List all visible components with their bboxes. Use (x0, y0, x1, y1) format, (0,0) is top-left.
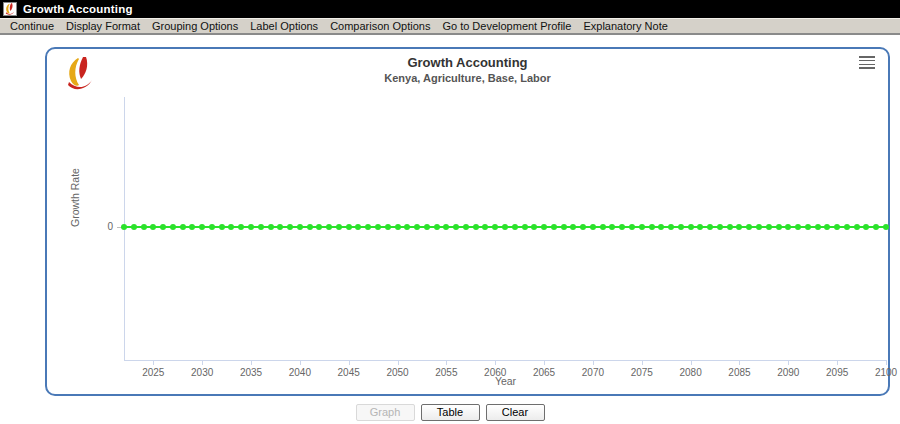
x-tick-label: 2090 (768, 367, 808, 378)
x-tick-label: 2050 (378, 367, 418, 378)
series-marker (834, 224, 840, 230)
x-axis-tick (300, 360, 301, 365)
series-marker (619, 224, 625, 230)
x-axis-tick (642, 360, 643, 365)
series-marker (658, 224, 664, 230)
series-marker (746, 224, 752, 230)
table-button[interactable]: Table (421, 404, 480, 421)
menu-item-go-to-development-profile[interactable]: Go to Development Profile (436, 19, 577, 33)
series-marker (258, 224, 264, 230)
series-marker (678, 224, 684, 230)
x-tick-label: 2100 (866, 367, 900, 378)
series-marker (248, 224, 254, 230)
series-marker (346, 224, 352, 230)
menu-item-grouping-options[interactable]: Grouping Options (146, 19, 244, 33)
series-marker (141, 224, 147, 230)
series-marker (287, 224, 293, 230)
x-tick-label: 2075 (622, 367, 662, 378)
series-marker (228, 224, 234, 230)
x-tick-label: 2035 (231, 367, 271, 378)
x-tick-label: 2030 (182, 367, 222, 378)
hamburger-icon[interactable] (859, 56, 875, 69)
series-marker (863, 224, 869, 230)
x-axis-tick (349, 360, 350, 365)
series-marker (854, 224, 860, 230)
series-marker (873, 224, 879, 230)
x-tick-label: 2025 (133, 367, 173, 378)
series-marker (473, 224, 479, 230)
x-axis-tick (251, 360, 252, 365)
series-marker (541, 224, 547, 230)
graph-button[interactable]: Graph (356, 404, 415, 421)
x-axis-tick (202, 360, 203, 365)
x-tick-label: 2070 (573, 367, 613, 378)
ifs-flame-icon (3, 2, 17, 16)
x-axis-tick (788, 360, 789, 365)
footer-button-row: Graph Table Clear (0, 404, 900, 421)
series-marker (150, 224, 156, 230)
x-tick-label: 2065 (524, 367, 564, 378)
x-axis-tick (837, 360, 838, 365)
menu-item-explanatory-note[interactable]: Explanatory Note (577, 19, 673, 33)
series-marker (336, 224, 342, 230)
series-marker (590, 224, 596, 230)
x-tick-label: 2055 (426, 367, 466, 378)
series-marker (844, 224, 850, 230)
series-marker (883, 224, 889, 230)
series-marker (365, 224, 371, 230)
series-marker (717, 224, 723, 230)
x-axis-tick (593, 360, 594, 365)
series-marker (199, 224, 205, 230)
x-tick-label: 2040 (280, 367, 320, 378)
series-marker (697, 224, 703, 230)
series-marker (639, 224, 645, 230)
series-marker (180, 224, 186, 230)
x-tick-label: 2095 (817, 367, 857, 378)
series-marker (785, 224, 791, 230)
x-axis-tick (495, 360, 496, 365)
series-marker (815, 224, 821, 230)
x-axis-line (124, 360, 887, 361)
series-marker (805, 224, 811, 230)
menu-item-continue[interactable]: Continue (4, 19, 60, 33)
series-marker (609, 224, 615, 230)
series-marker (824, 224, 830, 230)
series-marker (629, 224, 635, 230)
series-marker (375, 224, 381, 230)
x-tick-label: 2080 (671, 367, 711, 378)
series-marker (502, 224, 508, 230)
chart-subtitle: Kenya, Agriculture, Base, Labor (47, 72, 888, 84)
series-marker (443, 224, 449, 230)
menu-item-comparison-options[interactable]: Comparison Options (324, 19, 436, 33)
series-marker (707, 224, 713, 230)
x-axis-tick (398, 360, 399, 365)
x-axis-tick (886, 360, 887, 365)
y-tick-label: 0 (91, 221, 113, 232)
series-marker (463, 224, 469, 230)
series-marker (649, 224, 655, 230)
series-marker (531, 224, 537, 230)
chart-panel: Growth Accounting Kenya, Agriculture, Ba… (45, 47, 890, 396)
series-marker (776, 224, 782, 230)
x-tick-label: 2085 (719, 367, 759, 378)
series-marker (512, 224, 518, 230)
series-marker (492, 224, 498, 230)
menu-bar: Continue Display Format Grouping Options… (0, 18, 900, 35)
x-tick-label: 2045 (329, 367, 369, 378)
series-marker (482, 224, 488, 230)
x-tick-label: 2060 (475, 367, 515, 378)
chart-title: Growth Accounting (47, 55, 888, 70)
series-marker (385, 224, 391, 230)
series-marker (736, 224, 742, 230)
x-axis-tick (544, 360, 545, 365)
clear-button[interactable]: Clear (486, 404, 545, 421)
series-marker (727, 224, 733, 230)
series-marker (668, 224, 674, 230)
series-marker (268, 224, 274, 230)
series-marker (131, 224, 137, 230)
series-marker (766, 224, 772, 230)
menu-item-display-format[interactable]: Display Format (60, 19, 146, 33)
menu-item-label-options[interactable]: Label Options (244, 19, 324, 33)
series-marker (170, 224, 176, 230)
series-marker (570, 224, 576, 230)
